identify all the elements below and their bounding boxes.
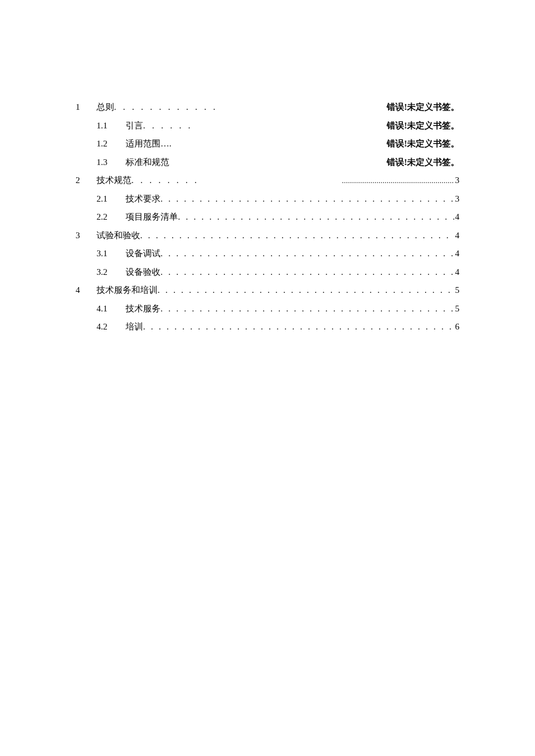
table-of-contents: 1总则. . . . . . . . . . . .错误!未定义书签。1.1引言… [76,100,459,335]
toc-entry: 2.1技术要求. . . . . . . . . . . . . . . . .… [76,192,459,207]
toc-subsection-number: 3.2 [97,265,126,280]
toc-title: 设备验收 [126,265,160,280]
toc-leader-dots: . . . . . . . . . . . . . . . . . . . . … [143,320,454,335]
toc-title: 设备调试 [126,246,160,261]
toc-page-number: 5 [454,302,460,317]
toc-page-number: 5 [454,283,460,298]
toc-title: 引言 [126,119,143,134]
toc-page-number: 4 [454,246,460,261]
toc-page-number: 4 [454,265,460,280]
toc-title: 适用范围… [126,137,169,152]
toc-entry: 3试验和验收. . . . . . . . . . . . . . . . . … [76,228,459,243]
toc-subsection-number: 3.1 [97,246,126,261]
toc-title: 技术服务 [126,302,160,317]
toc-subsection-number: 2.1 [97,192,126,207]
toc-title: 标准和规范 [126,155,169,170]
toc-leader-dots: . . . . . . . . . . . . . . . . . . . . … [158,283,454,298]
toc-entry: 4技术服务和培训. . . . . . . . . . . . . . . . … [76,283,459,298]
toc-leader-dots: . . . . . . . . . . . . . . . . . . . . … [160,302,454,317]
toc-title: 技术要求 [126,192,160,207]
toc-section-number: 3 [76,228,97,243]
toc-short-dots: . [169,137,174,152]
toc-page-number: 4 [454,210,460,225]
toc-error-bookmark: 错误!未定义书签。 [387,100,459,115]
toc-leader-dots: . . . . . . . . . . . . . . . . . . . . … [160,192,454,207]
toc-subsection-number: 2.2 [97,210,126,225]
toc-leader-dots: . . . . . . . . . . . . . . . . . . . . … [178,210,454,225]
toc-section-number: 1 [76,100,97,115]
toc-leader-dots: . . . . . . . . . . . . . . . . . . . . … [140,228,454,243]
toc-page-number: 4 [454,228,460,243]
toc-title: 项目服务清单 [126,210,178,225]
toc-short-dots: . . . . . . [143,119,192,134]
toc-subsection-number: 1.1 [97,119,126,134]
toc-subsection-number: 4.1 [97,302,126,317]
toc-error-bookmark: 错误!未定义书签。 [387,155,459,170]
toc-page-number: 3 [454,173,460,188]
toc-entry: 3.1设备调试. . . . . . . . . . . . . . . . .… [76,246,459,261]
toc-subsection-number: 1.2 [97,137,126,152]
toc-title: 培训 [126,320,143,335]
toc-section-number: 2 [76,173,97,188]
toc-entry: 1.1引言. . . . . .错误!未定义书签。 [76,119,459,134]
toc-title: 技术服务和培训 [97,283,158,298]
toc-title: 技术规范 [97,173,131,188]
toc-leader-dots: . . . . . . . . . . . . . . . . . . . . … [160,246,454,261]
toc-entry: 4.1技术服务. . . . . . . . . . . . . . . . .… [76,302,459,317]
toc-section-number: 4 [76,283,97,298]
toc-error-bookmark: 错误!未定义书签。 [387,137,459,152]
toc-entry: 2.2项目服务清单. . . . . . . . . . . . . . . .… [76,210,459,225]
toc-page-number: 3 [454,192,460,207]
toc-entry: 1.3标准和规范错误!未定义书签。 [76,155,459,170]
toc-entry: 4.2培训. . . . . . . . . . . . . . . . . .… [76,320,459,335]
toc-leader-dots: . . . . . . . . . . . . . . . . . . . . … [160,265,454,280]
toc-short-dots: . . . . . . . . . . . . [114,100,217,115]
toc-subsection-number: 1.3 [97,155,126,170]
toc-entry: 3.2设备验收. . . . . . . . . . . . . . . . .… [76,265,459,280]
toc-title: 总则 [97,100,114,115]
toc-error-bookmark: 错误!未定义书签。 [387,119,459,134]
toc-subsection-number: 4.2 [97,320,126,335]
toc-short-dots: . . . . . . . . [131,173,199,188]
toc-fine-dots: ........................................… [342,175,454,187]
toc-title: 试验和验收 [97,228,140,243]
toc-entry: 2技术规范. . . . . . . .....................… [76,173,459,188]
toc-page-number: 6 [454,320,460,335]
toc-entry: 1总则. . . . . . . . . . . .错误!未定义书签。 [76,100,459,115]
toc-entry: 1.2适用范围….错误!未定义书签。 [76,137,459,152]
